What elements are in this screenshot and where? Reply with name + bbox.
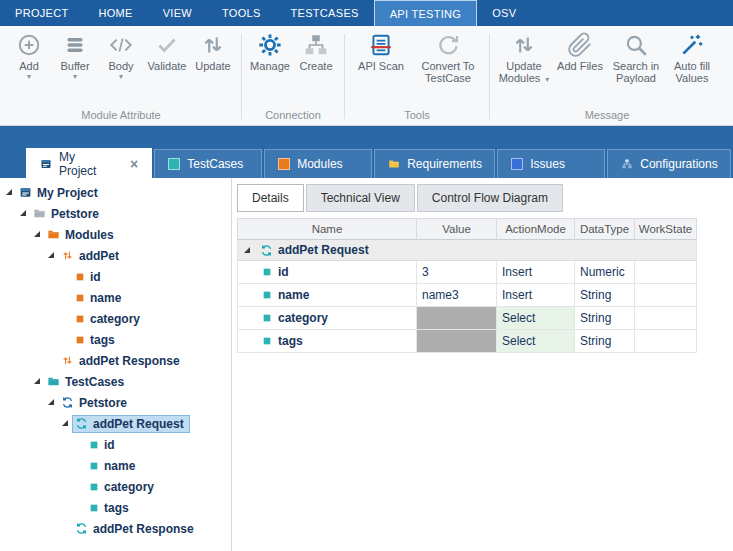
ribbon-separator: [241, 34, 242, 119]
grid-row-name-name[interactable]: name: [237, 284, 417, 307]
module-orange-icon: [61, 249, 74, 262]
grid-row-name-value[interactable]: name3: [417, 284, 497, 307]
grid-row-tags-actionmode[interactable]: Select: [497, 330, 575, 353]
tree-item-name-teststep[interactable]: name: [0, 455, 231, 476]
project-icon: [19, 186, 32, 199]
grid-row-tags-name[interactable]: tags: [237, 330, 417, 353]
expander-placeholder: [60, 523, 71, 534]
expander-placeholder: [46, 355, 57, 366]
tab-details[interactable]: Details: [237, 184, 304, 212]
grid-row-id-datatype[interactable]: Numeric: [575, 261, 635, 284]
grid-row-category-workstate[interactable]: [635, 307, 697, 330]
tree-item-category-teststep[interactable]: category: [0, 476, 231, 497]
menu-osv[interactable]: OSV: [477, 0, 531, 26]
convert-refresh-icon: [435, 32, 461, 58]
folder-teal-icon: [47, 375, 60, 388]
tree-item-addpet-response-module[interactable]: addPet Response: [0, 350, 231, 371]
tree-item-petstore[interactable]: Petstore: [0, 203, 231, 224]
menu-testcases[interactable]: TESTCASES: [276, 0, 374, 26]
update-button[interactable]: Update: [190, 30, 236, 72]
grid-row-tags-workstate[interactable]: [635, 330, 697, 353]
grid-row-name-workstate[interactable]: [635, 284, 697, 307]
menu-home[interactable]: HOME: [83, 0, 147, 26]
tree-item-modules[interactable]: Modules: [0, 224, 231, 245]
tab-issues[interactable]: Issues: [497, 149, 605, 178]
add-files-button[interactable]: Add Files: [553, 30, 607, 72]
grid-row-tags-datatype[interactable]: String: [575, 330, 635, 353]
auto-fill-values-button[interactable]: Auto fill Values: [665, 30, 719, 84]
grid-row-category-actionmode[interactable]: Select: [497, 307, 575, 330]
testcases-icon: [168, 158, 180, 170]
tree-item-testcases[interactable]: TestCases: [0, 371, 231, 392]
column-header-name: Name: [237, 218, 417, 240]
grid-row-name-datatype[interactable]: String: [575, 284, 635, 307]
search-in-payload-button[interactable]: Search in Payload: [607, 30, 665, 84]
tab-technical-view[interactable]: Technical View: [306, 184, 415, 212]
tree-item-petstore-testcase[interactable]: Petstore: [0, 392, 231, 413]
update-modules-button[interactable]: Update Modules ▾: [495, 30, 553, 84]
menu-project[interactable]: PROJECT: [0, 0, 83, 26]
grid-row-id-workstate[interactable]: [635, 261, 697, 284]
grid-group-row-addpet-request[interactable]: addPet Request: [237, 240, 697, 261]
ribbon-group-label: Connection: [247, 106, 339, 125]
expander-icon[interactable]: [46, 250, 57, 261]
grid-row-id-actionmode[interactable]: Insert: [497, 261, 575, 284]
tree-item-id-teststep[interactable]: id: [0, 434, 231, 455]
tree-item-id-module[interactable]: id: [0, 266, 231, 287]
tab-control-flow-diagram[interactable]: Control Flow Diagram: [417, 184, 563, 212]
expander-icon[interactable]: [18, 208, 29, 219]
tab-configurations[interactable]: Configurations: [607, 149, 731, 178]
validate-button[interactable]: Validate: [144, 30, 190, 72]
attribute-teal-icon: [89, 440, 99, 450]
expander-icon[interactable]: [60, 418, 71, 429]
tree-item-name-module[interactable]: name: [0, 287, 231, 308]
attribute-teal-icon: [262, 267, 272, 277]
tree-item-my-project[interactable]: My Project: [0, 182, 231, 203]
attribute-orange-icon: [75, 272, 85, 282]
convert-to-testcase-button[interactable]: Convert To TestCase: [412, 30, 484, 84]
tree-item-category-module[interactable]: category: [0, 308, 231, 329]
grid-row-id-value[interactable]: 3: [417, 261, 497, 284]
create-connection-button[interactable]: Create: [293, 30, 339, 72]
grid-row-name-actionmode[interactable]: Insert: [497, 284, 575, 307]
project-tree: My Project Petstore Modules addPet id na…: [0, 178, 232, 551]
buffer-button[interactable]: Buffer ▾: [52, 30, 98, 81]
menu-tools[interactable]: TOOLS: [207, 0, 276, 26]
tree-item-addpet-module[interactable]: addPet: [0, 245, 231, 266]
expander-icon[interactable]: [242, 245, 253, 256]
attribute-orange-icon: [75, 335, 85, 345]
tab-my-project[interactable]: My Project ×: [26, 148, 152, 178]
close-tab-icon[interactable]: ×: [130, 158, 138, 170]
tree-item-addpet-response-teststep[interactable]: addPet Response: [0, 518, 231, 539]
manage-connection-button[interactable]: Manage: [247, 30, 293, 72]
expander-icon[interactable]: [32, 229, 43, 240]
expander-icon[interactable]: [32, 376, 43, 387]
add-button[interactable]: Add ▾: [6, 30, 52, 81]
ribbon-group-message: Update Modules ▾ Add Files Search in Pay…: [493, 30, 721, 125]
menu-view[interactable]: VIEW: [148, 0, 207, 26]
grid-row-id-name[interactable]: id: [237, 261, 417, 284]
ribbon-group-connection: Manage Create Connection: [245, 30, 341, 125]
grid-row-category-datatype[interactable]: String: [575, 307, 635, 330]
tree-item-tags-module[interactable]: tags: [0, 329, 231, 350]
ribbon-group-tools: API Scan Convert To TestCase Tools: [348, 30, 486, 125]
menu-api-testing[interactable]: API TESTING: [374, 0, 478, 26]
project-icon: [40, 158, 52, 170]
expander-icon[interactable]: [4, 187, 15, 198]
tab-modules[interactable]: Modules: [264, 149, 372, 178]
expander-icon[interactable]: [46, 397, 57, 408]
body-button[interactable]: Body ▾: [98, 30, 144, 81]
tree-item-addpet-request[interactable]: addPet Request: [0, 413, 231, 434]
tree-item-tags-teststep[interactable]: tags: [0, 497, 231, 518]
grid-row-category-name[interactable]: category: [237, 307, 417, 330]
api-scan-button[interactable]: API Scan: [350, 30, 412, 72]
module-orange-icon: [61, 354, 74, 367]
magic-wand-icon: [679, 32, 705, 58]
tab-requirements[interactable]: Requirements: [374, 149, 495, 178]
add-circle-icon: [16, 32, 42, 58]
teststep-refresh-icon: [260, 244, 273, 257]
document-tab-strip: My Project × TestCases Modules Requireme…: [0, 126, 733, 178]
tab-testcases[interactable]: TestCases: [154, 149, 262, 178]
buffer-icon: [62, 32, 88, 58]
ribbon-separator: [489, 34, 490, 119]
